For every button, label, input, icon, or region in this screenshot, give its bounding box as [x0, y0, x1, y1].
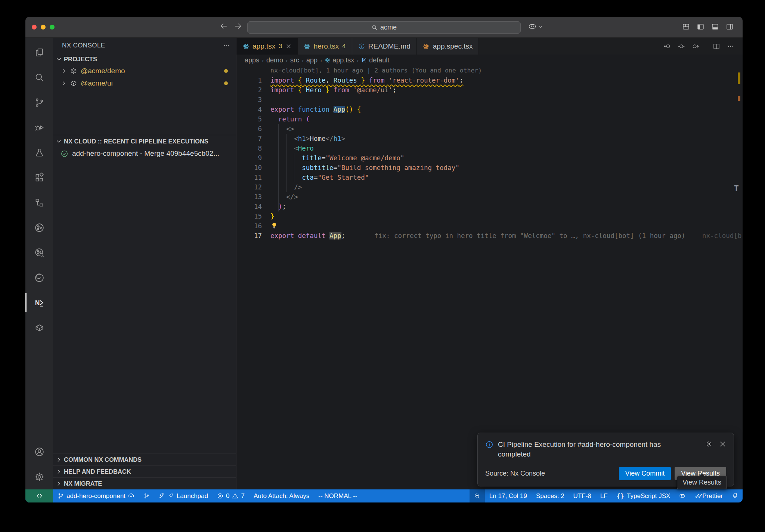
project-item[interactable]: @acme/demo	[53, 65, 236, 77]
eol[interactable]: LF	[596, 489, 612, 502]
line-number: 15	[236, 211, 262, 221]
sidebar-right-icon[interactable]	[726, 23, 734, 31]
nav-position-icon[interactable]	[678, 43, 685, 50]
view-commit-button[interactable]: View Commit	[619, 467, 671, 480]
nav-back-icon[interactable]	[663, 43, 671, 50]
nav-forward-icon[interactable]	[692, 43, 699, 50]
activity-item-extensions[interactable]	[25, 165, 53, 190]
activity-item-accounts[interactable]	[25, 439, 53, 464]
code-line-12[interactable]: 12 />	[236, 182, 743, 192]
sidebar-left-icon[interactable]	[697, 23, 704, 31]
activity-item-edge-browser[interactable]	[25, 265, 53, 290]
code-line-9[interactable]: 9 title="Welcome @acme/demo"	[236, 153, 743, 163]
activity-item-explorer[interactable]	[25, 40, 53, 65]
code-line-13[interactable]: 13 </>	[236, 192, 743, 202]
activity-item-containers[interactable]	[25, 315, 53, 340]
launchpad-status[interactable]: Launchpad	[154, 489, 213, 502]
minimize-window-button[interactable]	[41, 25, 46, 30]
nx-console-icon: N	[34, 298, 44, 308]
code-line-6[interactable]: 6 <>	[236, 124, 743, 134]
git-graph-status[interactable]	[139, 489, 154, 502]
close-window-button[interactable]	[32, 25, 37, 30]
code-line-14[interactable]: 14 );	[236, 202, 743, 211]
breadcrumb-item-apps[interactable]: apps	[245, 56, 259, 64]
split-editor-icon[interactable]	[713, 43, 720, 50]
code-line-11[interactable]: 11 cta="Get Started"	[236, 173, 743, 182]
section-help-and-feedback[interactable]: HELP AND FEEDBACK	[53, 466, 236, 477]
cursor-position[interactable]: Ln 17, Col 19	[485, 489, 532, 502]
breadcrumb-label: src	[290, 56, 299, 64]
code-line-17[interactable]: 17export default App;fix: correct typo i…	[236, 231, 743, 241]
problems-status[interactable]: 07	[213, 489, 249, 502]
remote-indicator[interactable]	[25, 489, 53, 502]
activity-item-source-control[interactable]	[25, 90, 53, 115]
notification-settings-icon[interactable]	[705, 440, 712, 448]
more-actions-icon[interactable]	[223, 42, 230, 49]
tab-app.tsx[interactable]: app.tsx3	[236, 38, 298, 55]
language-mode[interactable]: {}TypeScript JSX	[612, 489, 675, 502]
navigate-back-icon[interactable]	[220, 22, 228, 30]
command-center-search[interactable]: acme	[247, 21, 521, 34]
code-line-10[interactable]: 10 subtitle="Build something amazing tod…	[236, 163, 743, 173]
notifications-bell[interactable]	[727, 489, 743, 502]
breadcrumb-item-app.tsx[interactable]: app.tsx	[325, 56, 354, 64]
pipeline-execution-item[interactable]: add-hero-component - Merge 409b44e5cb02.…	[53, 147, 236, 160]
notification-close-icon[interactable]	[719, 440, 726, 448]
copilot-status[interactable]	[675, 489, 690, 502]
modified-dot	[224, 69, 228, 73]
indentation[interactable]: Spaces: 2	[532, 489, 569, 502]
code-line-4[interactable]: 4export function App() {	[236, 105, 743, 114]
branch-status[interactable]: add-hero-component	[53, 489, 139, 502]
code-line-3[interactable]: 3	[236, 95, 743, 105]
auto-attach-status[interactable]: Auto Attach: Always	[249, 489, 314, 502]
maximize-window-button[interactable]	[50, 25, 55, 30]
layout-customize-icon[interactable]	[682, 23, 690, 31]
activity-item-search[interactable]	[25, 65, 53, 90]
code-line-5[interactable]: 5 return (	[236, 114, 743, 124]
chevron-right-icon	[56, 457, 62, 463]
activity-item-testing[interactable]	[25, 140, 53, 165]
activity-item-gitlens-inspect[interactable]	[25, 240, 53, 265]
line-number: 4	[236, 105, 262, 114]
navigate-forward-icon[interactable]	[234, 22, 242, 30]
tab-README.md[interactable]: README.md	[352, 38, 417, 55]
cloud-up-icon	[128, 493, 134, 499]
section-nx-cloud[interactable]: NX CLOUD :: RECENT CI PIPELINE EXECUTION…	[53, 135, 236, 147]
line-number: 10	[236, 163, 262, 173]
encoding[interactable]: UTF-8	[569, 489, 596, 502]
section-common-nx-commands[interactable]: COMMON NX COMMANDS	[53, 454, 236, 466]
panel-bottom-icon[interactable]	[711, 23, 719, 31]
activity-item-settings[interactable]	[25, 464, 53, 489]
section-nx-migrate[interactable]: NX MIGRATE	[53, 477, 236, 489]
breadcrumb-item-default[interactable]: default	[361, 56, 389, 64]
more-icon[interactable]	[727, 43, 734, 50]
code-editor[interactable]: nx-cloud[bot], 1 hour ago | 2 authors (Y…	[236, 66, 743, 489]
tab-close-icon[interactable]	[286, 43, 291, 49]
tab-hero.tsx[interactable]: hero.tsx4	[298, 38, 352, 55]
breadcrumb-item-src[interactable]: src	[290, 56, 299, 64]
activity-item-run-debug[interactable]	[25, 115, 53, 140]
code-line-1[interactable]: 1import { Route, Routes } from 'react-ro…	[236, 75, 743, 85]
copilot-menu[interactable]	[528, 22, 543, 31]
settings-icon	[34, 472, 44, 482]
activity-item-references[interactable]	[25, 190, 53, 215]
project-item[interactable]: @acme/ui	[53, 77, 236, 89]
lightbulb-icon[interactable]	[270, 222, 278, 229]
zoom-status[interactable]	[470, 489, 485, 502]
tab-app.spec.tsx[interactable]: app.spec.tsx	[417, 38, 479, 55]
code-line-8[interactable]: 8 <Hero	[236, 143, 743, 153]
formatter-status[interactable]: ✓✓ Prettier	[690, 489, 727, 502]
code-line-16[interactable]: 16	[236, 221, 743, 231]
vim-mode-status[interactable]: -- NORMAL --	[314, 489, 362, 502]
problems-status-label: 0	[226, 492, 229, 500]
activity-item-git-graph[interactable]	[25, 215, 53, 240]
project-name: @acme/ui	[81, 79, 113, 87]
code-line-7[interactable]: 7 <h1>Home</h1>	[236, 134, 743, 143]
section-projects[interactable]: PROJECTS	[53, 53, 236, 65]
code-line-2[interactable]: 2import { Hero } from '@acme/ui';	[236, 85, 743, 95]
code-line-15[interactable]: 15}	[236, 211, 743, 221]
activity-item-nx-console[interactable]: N	[25, 290, 53, 315]
breadcrumb-item-demo[interactable]: demo	[266, 56, 283, 64]
indentation-label: Spaces: 2	[536, 492, 564, 500]
breadcrumb-item-app[interactable]: app	[306, 56, 318, 64]
